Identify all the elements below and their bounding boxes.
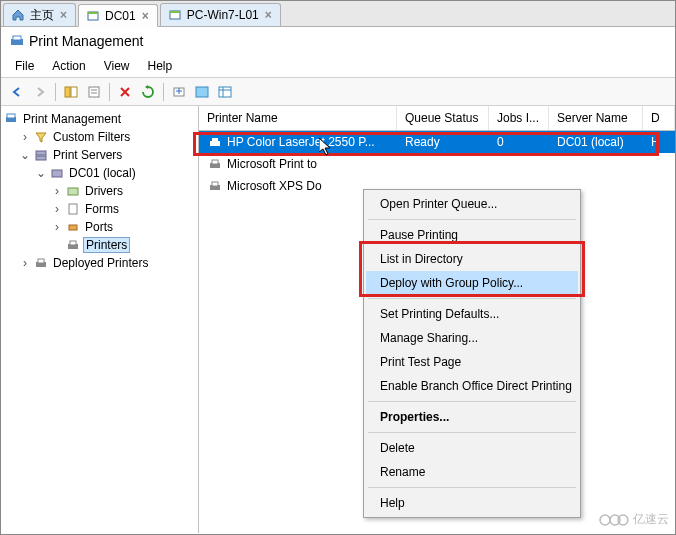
properties-button[interactable] bbox=[84, 82, 104, 102]
watermark-icon bbox=[599, 512, 629, 528]
forward-button[interactable] bbox=[30, 82, 50, 102]
svg-point-34 bbox=[600, 515, 610, 525]
menubar: File Action View Help bbox=[1, 55, 675, 78]
back-button[interactable] bbox=[7, 82, 27, 102]
ctx-rename[interactable]: Rename bbox=[366, 460, 578, 484]
tree-printers[interactable]: Printers bbox=[3, 236, 196, 254]
svg-rect-7 bbox=[71, 87, 77, 97]
svg-rect-33 bbox=[212, 182, 218, 186]
svg-rect-18 bbox=[36, 151, 46, 155]
col-header-name[interactable]: Printer Name bbox=[199, 106, 397, 130]
nav-tree[interactable]: Print Management › Custom Filters ⌄ Prin… bbox=[1, 106, 199, 533]
tree-custom-filters[interactable]: › Custom Filters bbox=[3, 128, 196, 146]
cell-server: DC01 (local) bbox=[549, 133, 643, 151]
tree-label: Print Management bbox=[21, 112, 123, 126]
tree-root[interactable]: Print Management bbox=[3, 110, 196, 128]
columns-button[interactable] bbox=[215, 82, 235, 102]
ctx-help[interactable]: Help bbox=[366, 491, 578, 515]
tree-dc01[interactable]: ⌄ DC01 (local) bbox=[3, 164, 196, 182]
col-header-d[interactable]: D bbox=[643, 106, 675, 130]
svg-rect-31 bbox=[212, 160, 218, 164]
ctx-open-queue[interactable]: Open Printer Queue... bbox=[366, 192, 578, 216]
svg-rect-17 bbox=[7, 114, 15, 118]
close-icon[interactable]: × bbox=[140, 9, 151, 23]
delete-button[interactable] bbox=[115, 82, 135, 102]
list-row-selected[interactable]: HP Color LaserJet 2550 P... Ready 0 DC01… bbox=[199, 131, 675, 153]
tree-label: Forms bbox=[83, 202, 121, 216]
ctx-delete[interactable]: Delete bbox=[366, 436, 578, 460]
printer-icon bbox=[207, 134, 223, 150]
servers-icon bbox=[33, 147, 49, 163]
svg-rect-21 bbox=[68, 188, 78, 195]
printers-icon bbox=[65, 237, 81, 253]
menu-file[interactable]: File bbox=[7, 57, 42, 75]
tree-deployed-printers[interactable]: › Deployed Printers bbox=[3, 254, 196, 272]
cell-jobs: 0 bbox=[489, 133, 549, 151]
server-icon bbox=[167, 7, 183, 23]
ports-icon bbox=[65, 219, 81, 235]
ctx-pause[interactable]: Pause Printing bbox=[366, 223, 578, 247]
print-management-icon bbox=[3, 111, 19, 127]
expand-icon[interactable]: › bbox=[19, 130, 31, 144]
svg-rect-8 bbox=[89, 87, 99, 97]
svg-rect-12 bbox=[196, 87, 208, 97]
show-hide-tree-button[interactable] bbox=[61, 82, 81, 102]
svg-rect-3 bbox=[170, 11, 180, 13]
cell-name: HP Color LaserJet 2550 P... bbox=[227, 135, 375, 149]
col-header-server[interactable]: Server Name bbox=[549, 106, 643, 130]
tree-print-servers[interactable]: ⌄ Print Servers bbox=[3, 146, 196, 164]
menu-view[interactable]: View bbox=[96, 57, 138, 75]
tree-label: Ports bbox=[83, 220, 115, 234]
ctx-test-page[interactable]: Print Test Page bbox=[366, 350, 578, 374]
tab-pc-win7[interactable]: PC-Win7-L01 × bbox=[160, 3, 281, 26]
refresh-button[interactable] bbox=[138, 82, 158, 102]
tree-label: Print Servers bbox=[51, 148, 124, 162]
ctx-sharing[interactable]: Manage Sharing... bbox=[366, 326, 578, 350]
expand-icon[interactable]: › bbox=[51, 220, 63, 234]
ctx-branch-office[interactable]: Enable Branch Office Direct Printing bbox=[366, 374, 578, 398]
close-icon[interactable]: × bbox=[263, 8, 274, 22]
svg-rect-19 bbox=[36, 156, 46, 160]
ctx-properties[interactable]: Properties... bbox=[366, 405, 578, 429]
window-tabs: 主页 × DC01 × PC-Win7-L01 × bbox=[1, 1, 675, 27]
ctx-deploy-gp[interactable]: Deploy with Group Policy... bbox=[366, 271, 578, 295]
drivers-icon bbox=[65, 183, 81, 199]
collapse-icon[interactable]: ⌄ bbox=[35, 166, 47, 180]
tree-label: DC01 (local) bbox=[67, 166, 138, 180]
expand-icon[interactable]: › bbox=[51, 202, 63, 216]
tree-label: Drivers bbox=[83, 184, 125, 198]
col-header-queue[interactable]: Queue Status bbox=[397, 106, 489, 130]
context-menu: Open Printer Queue... Pause Printing Lis… bbox=[363, 189, 581, 518]
collapse-icon[interactable]: ⌄ bbox=[19, 148, 31, 162]
print-management-icon bbox=[9, 33, 25, 49]
svg-rect-1 bbox=[88, 12, 98, 14]
expand-icon[interactable]: › bbox=[19, 256, 31, 270]
col-header-jobs[interactable]: Jobs I... bbox=[489, 106, 549, 130]
tab-label: PC-Win7-L01 bbox=[187, 8, 259, 22]
cell-d: H bbox=[643, 133, 675, 151]
svg-rect-20 bbox=[52, 170, 62, 177]
tree-forms[interactable]: › Forms bbox=[3, 200, 196, 218]
menu-help[interactable]: Help bbox=[140, 57, 181, 75]
close-icon[interactable]: × bbox=[58, 8, 69, 22]
list-row[interactable]: Microsoft Print to bbox=[199, 153, 675, 175]
tree-drivers[interactable]: › Drivers bbox=[3, 182, 196, 200]
watermark: 亿速云 bbox=[599, 511, 669, 528]
window-title-bar: Print Management bbox=[1, 27, 675, 55]
tree-ports[interactable]: › Ports bbox=[3, 218, 196, 236]
tab-label: DC01 bbox=[105, 9, 136, 23]
tab-home[interactable]: 主页 × bbox=[3, 3, 76, 26]
ctx-list-directory[interactable]: List in Directory bbox=[366, 247, 578, 271]
ctx-defaults[interactable]: Set Printing Defaults... bbox=[366, 302, 578, 326]
tab-dc01[interactable]: DC01 × bbox=[78, 4, 158, 27]
ctx-separator bbox=[368, 487, 576, 488]
svg-rect-27 bbox=[38, 259, 44, 263]
cell-name: Microsoft XPS Do bbox=[227, 179, 322, 193]
menu-action[interactable]: Action bbox=[44, 57, 93, 75]
export-list-button[interactable] bbox=[169, 82, 189, 102]
server-icon bbox=[85, 8, 101, 24]
help-button[interactable] bbox=[192, 82, 212, 102]
expand-icon[interactable]: › bbox=[51, 184, 63, 198]
toolbar-separator bbox=[55, 83, 56, 101]
tab-label: 主页 bbox=[30, 7, 54, 24]
